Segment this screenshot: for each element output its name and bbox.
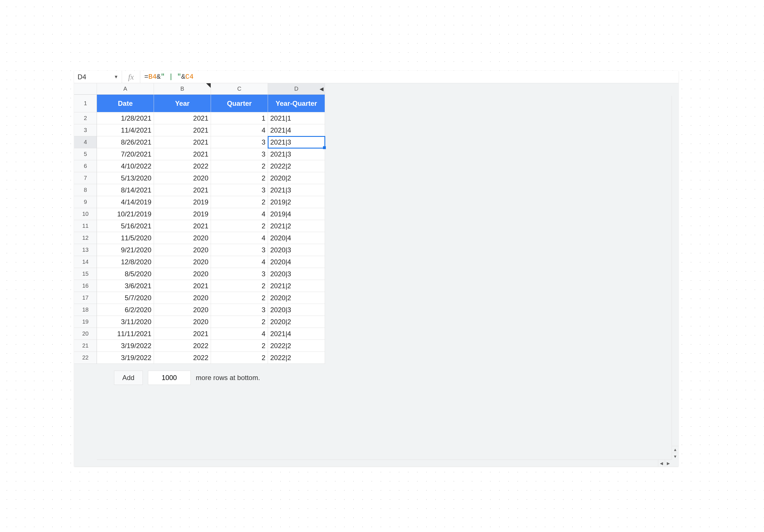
cell-D10[interactable]: 2019|4 — [268, 208, 325, 220]
cell-B15[interactable]: 2020 — [154, 268, 211, 280]
cell-D9[interactable]: 2019|2 — [268, 196, 325, 208]
cell-A18[interactable]: 6/2/2020 — [97, 304, 154, 316]
cell-A2[interactable]: 1/28/2021 — [97, 112, 154, 124]
collapse-left-icon[interactable]: ◀ — [319, 86, 323, 92]
cell-C10[interactable]: 4 — [211, 208, 268, 220]
cell-B21[interactable]: 2022 — [154, 340, 211, 352]
row-header-22[interactable]: 22 — [74, 352, 97, 364]
scroll-right-icon[interactable]: ▶ — [665, 460, 671, 466]
cell-A11[interactable]: 5/16/2021 — [97, 220, 154, 232]
cell-C1[interactable]: Quarter — [211, 94, 268, 112]
chevron-down-icon[interactable]: ▼ — [114, 75, 118, 80]
vertical-scrollbar[interactable]: ▲ ▼ — [671, 96, 678, 459]
cell-C14[interactable]: 4 — [211, 256, 268, 268]
add-rows-button[interactable]: Add — [114, 371, 143, 385]
cell-A22[interactable]: 3/19/2022 — [97, 352, 154, 364]
cell-A21[interactable]: 3/19/2022 — [97, 340, 154, 352]
scroll-down-icon[interactable]: ▼ — [672, 453, 678, 459]
scroll-up-icon[interactable]: ▲ — [672, 446, 678, 453]
cell-C4[interactable]: 3 — [211, 136, 268, 148]
cell-B13[interactable]: 2020 — [154, 244, 211, 256]
cell-D8[interactable]: 2021|3 — [268, 184, 325, 196]
fx-icon[interactable]: fx — [122, 71, 140, 83]
cell-B9[interactable]: 2019 — [154, 196, 211, 208]
row-header-15[interactable]: 15 — [74, 268, 97, 280]
cell-C3[interactable]: 4 — [211, 124, 268, 136]
cell-D21[interactable]: 2022|2 — [268, 340, 325, 352]
row-header-5[interactable]: 5 — [74, 148, 97, 160]
cell-D18[interactable]: 2020|3 — [268, 304, 325, 316]
cell-A9[interactable]: 4/14/2019 — [97, 196, 154, 208]
cell-D20[interactable]: 2021|4 — [268, 328, 325, 340]
cell-C18[interactable]: 3 — [211, 304, 268, 316]
cell-B17[interactable]: 2020 — [154, 292, 211, 304]
cell-C15[interactable]: 3 — [211, 268, 268, 280]
cell-A13[interactable]: 9/21/2020 — [97, 244, 154, 256]
cell-D2[interactable]: 2021|1 — [268, 112, 325, 124]
row-header-3[interactable]: 3 — [74, 124, 97, 136]
cell-B2[interactable]: 2021 — [154, 112, 211, 124]
cell-C2[interactable]: 1 — [211, 112, 268, 124]
row-header-7[interactable]: 7 — [74, 172, 97, 184]
cell-A10[interactable]: 10/21/2019 — [97, 208, 154, 220]
cell-B8[interactable]: 2021 — [154, 184, 211, 196]
row-header-6[interactable]: 6 — [74, 160, 97, 172]
cell-C13[interactable]: 3 — [211, 244, 268, 256]
cell-B1[interactable]: Year — [154, 94, 211, 112]
cell-D14[interactable]: 2020|4 — [268, 256, 325, 268]
col-header-A[interactable]: A — [97, 83, 154, 94]
cell-C11[interactable]: 2 — [211, 220, 268, 232]
row-header-20[interactable]: 20 — [74, 328, 97, 340]
col-header-B[interactable]: B — [154, 83, 211, 94]
cell-B11[interactable]: 2021 — [154, 220, 211, 232]
row-header-16[interactable]: 16 — [74, 280, 97, 292]
cell-D7[interactable]: 2020|2 — [268, 172, 325, 184]
cell-B20[interactable]: 2021 — [154, 328, 211, 340]
cell-C19[interactable]: 2 — [211, 316, 268, 328]
formula-input[interactable]: =B4&" | "&C4 — [140, 71, 678, 83]
cell-C7[interactable]: 2 — [211, 172, 268, 184]
cell-C17[interactable]: 2 — [211, 292, 268, 304]
cell-D3[interactable]: 2021|4 — [268, 124, 325, 136]
cell-D15[interactable]: 2020|3 — [268, 268, 325, 280]
cell-A12[interactable]: 11/5/2020 — [97, 232, 154, 244]
cell-A1[interactable]: Date — [97, 94, 154, 112]
row-header-19[interactable]: 19 — [74, 316, 97, 328]
cell-C5[interactable]: 3 — [211, 148, 268, 160]
row-header-13[interactable]: 13 — [74, 244, 97, 256]
cell-A7[interactable]: 5/13/2020 — [97, 172, 154, 184]
cell-A4[interactable]: 8/26/2021 — [97, 136, 154, 148]
cell-C6[interactable]: 2 — [211, 160, 268, 172]
row-header-17[interactable]: 17 — [74, 292, 97, 304]
cell-A17[interactable]: 5/7/2020 — [97, 292, 154, 304]
cell-B18[interactable]: 2020 — [154, 304, 211, 316]
row-header-10[interactable]: 10 — [74, 208, 97, 220]
cell-D16[interactable]: 2021|2 — [268, 280, 325, 292]
horizontal-scrollbar[interactable]: ◀ ▶ — [97, 459, 671, 466]
cell-B22[interactable]: 2022 — [154, 352, 211, 364]
cell-B6[interactable]: 2022 — [154, 160, 211, 172]
cell-A14[interactable]: 12/8/2020 — [97, 256, 154, 268]
cell-B12[interactable]: 2020 — [154, 232, 211, 244]
cell-B19[interactable]: 2020 — [154, 316, 211, 328]
cell-C20[interactable]: 4 — [211, 328, 268, 340]
cell-C22[interactable]: 2 — [211, 352, 268, 364]
cell-A15[interactable]: 8/5/2020 — [97, 268, 154, 280]
cell-B7[interactable]: 2020 — [154, 172, 211, 184]
cell-A8[interactable]: 8/14/2021 — [97, 184, 154, 196]
cell-A19[interactable]: 3/11/2020 — [97, 316, 154, 328]
col-header-C[interactable]: C — [211, 83, 268, 94]
row-header-21[interactable]: 21 — [74, 340, 97, 352]
cell-C8[interactable]: 3 — [211, 184, 268, 196]
cell-C16[interactable]: 2 — [211, 280, 268, 292]
row-header-4[interactable]: 4 — [74, 136, 97, 148]
cell-D4[interactable]: 2021|3 — [268, 136, 325, 148]
add-rows-input[interactable] — [148, 371, 191, 385]
row-header-18[interactable]: 18 — [74, 304, 97, 316]
cell-D6[interactable]: 2022|2 — [268, 160, 325, 172]
cell-D5[interactable]: 2021|3 — [268, 148, 325, 160]
cell-D13[interactable]: 2020|3 — [268, 244, 325, 256]
cell-D22[interactable]: 2022|2 — [268, 352, 325, 364]
scroll-left-icon[interactable]: ◀ — [658, 460, 665, 466]
row-header-12[interactable]: 12 — [74, 232, 97, 244]
